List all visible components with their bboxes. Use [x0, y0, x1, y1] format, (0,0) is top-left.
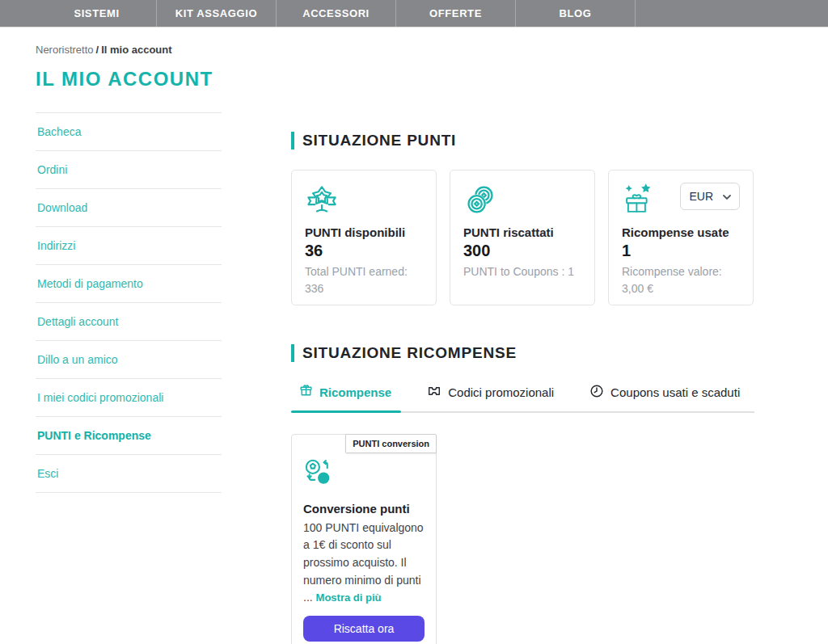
tab-coupons-usati-scaduti[interactable]: Coupons usati e scaduti	[588, 384, 750, 411]
reward-type-badge: PUNTI conversion	[345, 434, 437, 453]
account-sidebar: Bacheca Ordini Download Indirizzi Metodi…	[36, 112, 222, 644]
redeem-now-button[interactable]: Riscatta ora	[303, 616, 425, 642]
tab-label: Ricompense	[319, 385, 391, 399]
tab-label: Coupons usati e scaduti	[610, 385, 740, 399]
top-navigation: SISTEMI KIT ASSAGGIO ACCESSORI OFFERTE B…	[0, 0, 828, 27]
card-subtext: PUNTI to Coupons : 1	[463, 263, 581, 280]
breadcrumb-separator: /	[96, 44, 99, 56]
rewards-tabs: Ricompense Codici promozionali Coupon	[291, 384, 754, 413]
sidebar-item-esci[interactable]: Esci	[36, 455, 222, 493]
tab-ricompense[interactable]: Ricompense	[291, 384, 401, 411]
card-subtext: Total PUNTI earned: 336	[305, 263, 423, 297]
points-section-title: SITUAZIONE PUNTI	[291, 132, 754, 149]
show-more-link[interactable]: Mostra di più	[316, 591, 382, 604]
currency-select-value: EUR	[689, 190, 713, 203]
sidebar-item-dettagli-account[interactable]: Dettagli account	[36, 303, 222, 341]
nav-item-kit-assaggio[interactable]: KIT ASSAGGIO	[157, 0, 277, 27]
main-content: SITUAZIONE PUNTI PUNTI disponibili 36	[291, 112, 754, 644]
sidebar-item-metodi-pagamento[interactable]: Metodi di pagamento	[36, 265, 222, 303]
gift-icon	[299, 384, 313, 400]
reward-title: Conversione punti	[303, 502, 425, 516]
breadcrumb-current: Il mio account	[101, 44, 171, 56]
points-cards: PUNTI disponibili 36 Total PUNTI earned:…	[291, 170, 754, 305]
nav-item-blog[interactable]: BLOG	[516, 0, 636, 27]
currency-select[interactable]: EUR	[680, 183, 740, 210]
card-subtext: Ricompense valore: 3,00 €	[622, 263, 740, 297]
tab-label: Codici promozionali	[448, 385, 554, 399]
coins-icon	[463, 183, 581, 217]
gift-stars-icon	[622, 183, 656, 217]
card-value: 36	[305, 242, 423, 260]
tab-codici-promozionali[interactable]: Codici promozionali	[425, 384, 564, 411]
ticket-icon	[427, 384, 441, 401]
nav-item-offerte[interactable]: OFFERTE	[396, 0, 516, 27]
award-star-icon	[305, 183, 423, 217]
sidebar-item-bacheca[interactable]: Bacheca	[36, 113, 222, 151]
reward-card-conversione-punti: PUNTI conversion Conversione punti 100 P…	[291, 434, 437, 644]
points-available-card: PUNTI disponibili 36 Total PUNTI earned:…	[291, 170, 437, 305]
points-conversion-icon	[303, 457, 425, 491]
sidebar-item-download[interactable]: Download	[36, 189, 222, 227]
card-label: PUNTI disponibili	[305, 225, 423, 239]
breadcrumb: Neroristretto/Il mio account	[36, 44, 828, 56]
nav-item-sistemi[interactable]: SISTEMI	[37, 0, 157, 27]
sidebar-item-ordini[interactable]: Ordini	[36, 151, 222, 189]
chevron-down-icon	[723, 190, 731, 203]
card-value: 1	[622, 242, 740, 260]
points-redeemed-card: PUNTI riscattati 300 PUNTI to Coupons : …	[450, 170, 595, 305]
rewards-section-title: SITUAZIONE RICOMPENSE	[291, 344, 754, 362]
breadcrumb-site[interactable]: Neroristretto	[36, 44, 94, 56]
sidebar-item-indirizzi[interactable]: Indirizzi	[36, 227, 222, 265]
sidebar-item-punti-ricompense[interactable]: PUNTI e Ricompense	[36, 417, 222, 455]
reward-description: 100 PUNTI equivalgono a 1€ di sconto sul…	[303, 520, 425, 607]
card-value: 300	[463, 242, 581, 260]
rewards-used-card: EUR Ricompense usate 1 Ricompense valore…	[608, 170, 754, 305]
card-label: Ricompense usate	[622, 225, 740, 239]
nav-item-accessori[interactable]: ACCESSORI	[277, 0, 396, 27]
clock-icon	[589, 384, 604, 401]
card-label: PUNTI riscattati	[463, 225, 581, 239]
page-title: IL MIO ACCOUNT	[36, 68, 828, 90]
sidebar-item-codici-promozionali[interactable]: I miei codici promozionali	[36, 379, 222, 417]
sidebar-item-dillo-a-un-amico[interactable]: Dillo a un amico	[36, 341, 222, 379]
